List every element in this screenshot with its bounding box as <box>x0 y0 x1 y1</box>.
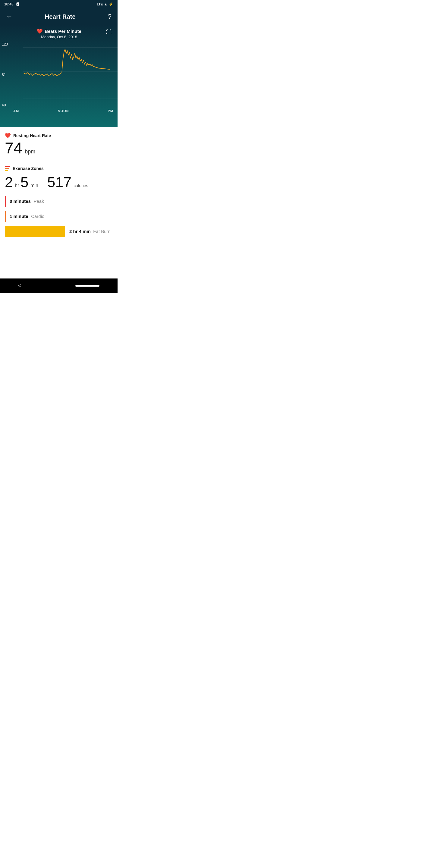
cardio-bar <box>5 211 6 222</box>
resting-bpm-value: 74 <box>5 139 22 157</box>
heart-icon: ❤️ <box>37 28 43 34</box>
resting-label: ❤️ Resting Heart Rate <box>5 133 113 138</box>
cardio-label: Cardio <box>31 214 44 219</box>
resting-value-display: 74 bpm <box>5 140 113 157</box>
status-right: LTE ▲ ⚡ <box>97 2 113 6</box>
chart-area: ❤️ Beats Per Minute Monday, Oct 8, 2018 … <box>0 25 118 127</box>
exercise-calories-display: 517 calories <box>44 174 88 190</box>
status-left: 10:43 🖼 <box>4 2 19 6</box>
fatburn-label: Fat Burn <box>93 229 111 234</box>
battery-icon: ⚡ <box>109 2 113 6</box>
peak-bar <box>5 196 6 207</box>
peak-value: 0 minutes <box>10 198 31 204</box>
nav-home-pill[interactable] <box>75 285 99 287</box>
x-label-pm: PM <box>107 109 113 113</box>
fatburn-text: 2 hr 4 min Fat Burn <box>69 229 111 234</box>
media-icon: 🖼 <box>16 2 19 6</box>
exercise-time-display: 2 hr 5 min <box>5 174 38 190</box>
back-button[interactable]: ← <box>5 11 14 22</box>
zone-peak-row: 0 minutes Peak <box>5 196 113 207</box>
expand-button[interactable]: ⛶ <box>105 28 113 36</box>
resting-heart-rate-section: ❤️ Resting Heart Rate 74 bpm <box>0 127 118 161</box>
chart-header: ❤️ Beats Per Minute Monday, Oct 8, 2018 … <box>0 28 118 41</box>
chart-title-group: ❤️ Beats Per Minute Monday, Oct 8, 2018 <box>13 28 105 39</box>
x-label-noon: NOON <box>58 109 69 113</box>
chart-metric-label: ❤️ Beats Per Minute <box>37 28 82 34</box>
heart-rate-chart <box>0 41 118 108</box>
peak-label: Peak <box>33 198 44 204</box>
exercise-calories-value: 517 <box>47 174 71 190</box>
cardio-value: 1 minute <box>10 214 28 219</box>
fatburn-bar <box>5 226 65 237</box>
help-button[interactable]: ? <box>107 11 113 22</box>
exercise-zones-icon <box>5 166 10 171</box>
network-label: LTE <box>97 2 103 6</box>
chart-date: Monday, Oct 8, 2018 <box>41 35 77 39</box>
nav-bar: < <box>0 278 118 293</box>
x-label-am: AM <box>13 109 19 113</box>
zone-cardio-row: 1 minute Cardio <box>5 211 113 222</box>
content: ❤️ Resting Heart Rate 74 bpm Exercise Zo… <box>0 127 118 242</box>
exercise-hours: 2 <box>5 174 13 190</box>
cardio-text: 1 minute Cardio <box>10 214 44 219</box>
exercise-minutes-unit: min <box>30 183 38 188</box>
spacer <box>0 242 118 278</box>
chart-svg-wrapper: 123 81 40 AM NOON PM <box>0 41 118 119</box>
peak-text: 0 minutes Peak <box>10 198 44 204</box>
status-bar: 10:43 🖼 LTE ▲ ⚡ <box>0 0 118 8</box>
header: ← Heart Rate ? <box>0 8 118 25</box>
exercise-minutes: 5 <box>21 174 29 190</box>
exercise-calories-unit: calories <box>73 183 88 188</box>
exercise-zones-header: Exercise Zones <box>5 166 113 171</box>
page-title: Heart Rate <box>45 13 76 20</box>
zone-fatburn-row: 2 hr 4 min Fat Burn <box>5 226 113 237</box>
exercise-hours-unit: hr <box>15 183 19 188</box>
signal-icon: ▲ <box>104 2 107 6</box>
exercise-stats: 2 hr 5 min 517 calories <box>5 174 113 190</box>
fatburn-value: 2 hr 4 min <box>69 229 91 234</box>
heart-icon-resting: ❤️ <box>5 133 11 138</box>
chart-x-labels: AM NOON PM <box>0 108 118 113</box>
exercise-zones-section: Exercise Zones 2 hr 5 min 517 calories 0… <box>0 161 118 242</box>
resting-bpm-unit: bpm <box>25 149 35 155</box>
time-display: 10:43 <box>4 2 13 6</box>
nav-back-button[interactable]: < <box>18 283 22 289</box>
